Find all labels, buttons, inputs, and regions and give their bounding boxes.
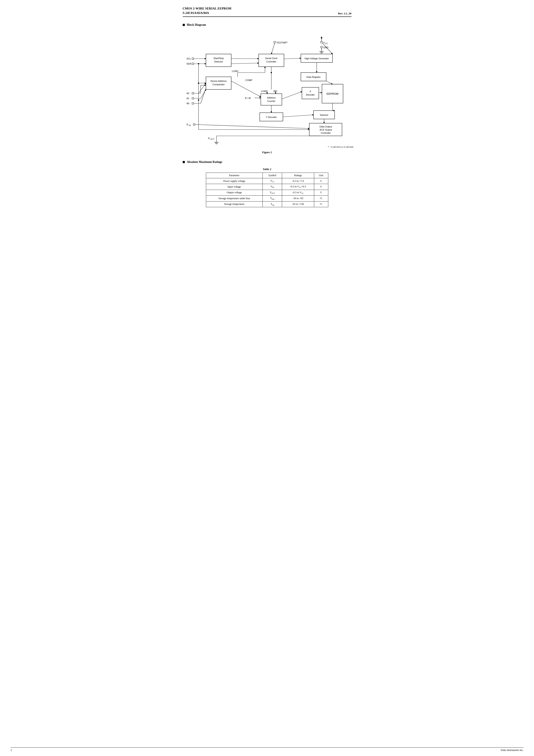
svg-line-81 <box>231 81 261 97</box>
ratings-table: Parameter Symbol Ratings Unit Power supp… <box>206 173 328 207</box>
param-ratings: -50 to +95 <box>282 196 314 201</box>
svg-text:High-Voltage Generator: High-Voltage Generator <box>305 57 329 60</box>
svg-text:SCL: SCL <box>187 57 191 60</box>
param-ratings: -0.3 to +7.0 <box>282 178 314 184</box>
svg-rect-17 <box>321 41 322 43</box>
svg-rect-43 <box>260 113 283 121</box>
param-unit: V <box>314 178 328 184</box>
svg-line-108 <box>199 83 206 93</box>
svg-text:Selector: Selector <box>320 114 328 116</box>
svg-rect-33 <box>301 54 333 63</box>
svg-text:Y Decoder: Y Decoder <box>266 116 277 118</box>
param-name: Power supply voltage <box>206 178 263 184</box>
svg-text:X: X <box>309 90 311 93</box>
param-name: Input voltage <box>206 184 263 190</box>
svg-point-104 <box>198 99 199 101</box>
svg-rect-7 <box>192 93 194 94</box>
svg-text:R / W: R / W <box>245 97 251 99</box>
col-unit: Unit <box>314 173 328 178</box>
svg-rect-15 <box>274 41 276 43</box>
svg-text:Detector: Detector <box>214 60 223 63</box>
svg-text:A0: A0 <box>187 102 189 105</box>
svg-line-72 <box>284 58 301 59</box>
svg-line-71 <box>231 63 259 64</box>
svg-rect-38 <box>301 72 326 81</box>
col-parameter: Parameter <box>206 173 263 178</box>
svg-text:Serial Clock: Serial Clock <box>265 57 278 60</box>
table-row: Power supply voltage VCC -0.3 to +7.0 V <box>206 178 328 184</box>
svg-rect-27 <box>206 54 231 67</box>
svg-text:ACK Output: ACK Output <box>319 128 332 131</box>
svg-rect-2 <box>192 58 194 60</box>
svg-text:Counter: Counter <box>267 100 275 102</box>
param-unit: °C <box>314 201 328 207</box>
svg-rect-30 <box>259 54 284 67</box>
svg-text:V: V <box>323 41 325 44</box>
block-diagram: SCL SDA A2 A1 A0 D IN D OUT TEST/WP* V C… <box>183 30 356 148</box>
param-symbol: VOUT <box>263 190 282 195</box>
svg-line-90 <box>283 115 313 117</box>
svg-text:Data Register: Data Register <box>307 76 321 78</box>
diagram-svg: SCL SDA A2 A1 A0 D IN D OUT TEST/WP* V C… <box>183 30 356 148</box>
svg-text:CC: CC <box>325 42 328 44</box>
col-symbol: Symbol <box>263 173 282 178</box>
document-title: CMOS 2-WIRE SERIAL EEPROM S-24C01A/02A/0… <box>183 6 231 15</box>
param-ratings: -0.3 to VCC+0.3 <box>282 184 314 190</box>
svg-text:Address: Address <box>267 96 276 99</box>
svg-line-101 <box>195 124 309 128</box>
svg-rect-40 <box>261 94 282 105</box>
svg-text:LOAD: LOAD <box>232 70 238 72</box>
table-row: Storage temperature Tstg -65 to +150 °C <box>206 201 328 207</box>
svg-line-68 <box>200 90 206 98</box>
param-symbol: Tstg <box>263 201 282 207</box>
svg-text:OUT: OUT <box>210 138 215 140</box>
svg-text:IN: IN <box>189 124 191 126</box>
param-name: Storage temperature <box>206 201 263 207</box>
param-ratings: -0.3 to VCC <box>282 190 314 195</box>
svg-text:Data Output: Data Output <box>319 125 332 128</box>
table-row: Output voltage VOUT -0.3 to VCC V <box>206 190 328 195</box>
svg-text:EEPROM: EEPROM <box>326 92 338 95</box>
table-caption: Table 2 <box>183 168 352 171</box>
svg-rect-35 <box>206 77 231 90</box>
svg-text:D: D <box>208 137 210 140</box>
svg-line-75 <box>322 43 333 54</box>
param-name: Storage temperature under bias <box>206 196 263 201</box>
svg-rect-3 <box>192 63 194 65</box>
svg-rect-52 <box>309 123 342 136</box>
svg-rect-9 <box>192 102 194 104</box>
svg-text:D: D <box>187 123 188 126</box>
svg-rect-50 <box>313 111 334 119</box>
svg-text:SDA: SDA <box>187 63 191 65</box>
col-ratings: Ratings <box>282 173 314 178</box>
svg-text:COMP: COMP <box>245 79 252 81</box>
svg-line-92 <box>326 81 333 84</box>
param-unit: °C <box>314 196 328 201</box>
abs-max-heading: Absolute Maximum Ratings <box>183 160 352 164</box>
svg-text:A2: A2 <box>187 92 189 94</box>
svg-rect-48 <box>322 84 343 103</box>
block-diagram-heading: Block Diagram <box>183 23 352 27</box>
figure-caption: Figure 2 <box>183 151 352 154</box>
page-header: CMOS 2-WIRE SERIAL EEPROM S-24C01A/02A/0… <box>183 6 352 17</box>
svg-rect-12 <box>193 124 195 125</box>
bullet-icon <box>183 24 185 26</box>
svg-text:GND: GND <box>323 46 329 49</box>
revision: Rev. 2.2_30 <box>338 12 351 15</box>
svg-text:Controller: Controller <box>266 60 277 63</box>
svg-text:INC: INC <box>274 90 278 93</box>
svg-text:A1: A1 <box>187 97 189 99</box>
svg-line-74 <box>271 43 275 54</box>
param-symbol: VCC <box>263 178 282 184</box>
param-ratings: -65 to +150 <box>282 201 314 207</box>
bullet-icon-2 <box>183 161 185 163</box>
param-name: Output voltage <box>206 190 263 195</box>
svg-text:Start/Stop: Start/Stop <box>213 57 224 60</box>
svg-point-107 <box>271 72 272 73</box>
svg-text:LOAD: LOAD <box>261 90 267 93</box>
table-row: Storage temperature under bias Tbias -50… <box>206 196 328 201</box>
param-symbol: VIN <box>263 184 282 190</box>
param-unit: V <box>314 190 328 195</box>
svg-rect-45 <box>302 87 319 99</box>
svg-text:TEST/WP*: TEST/WP* <box>277 41 288 44</box>
